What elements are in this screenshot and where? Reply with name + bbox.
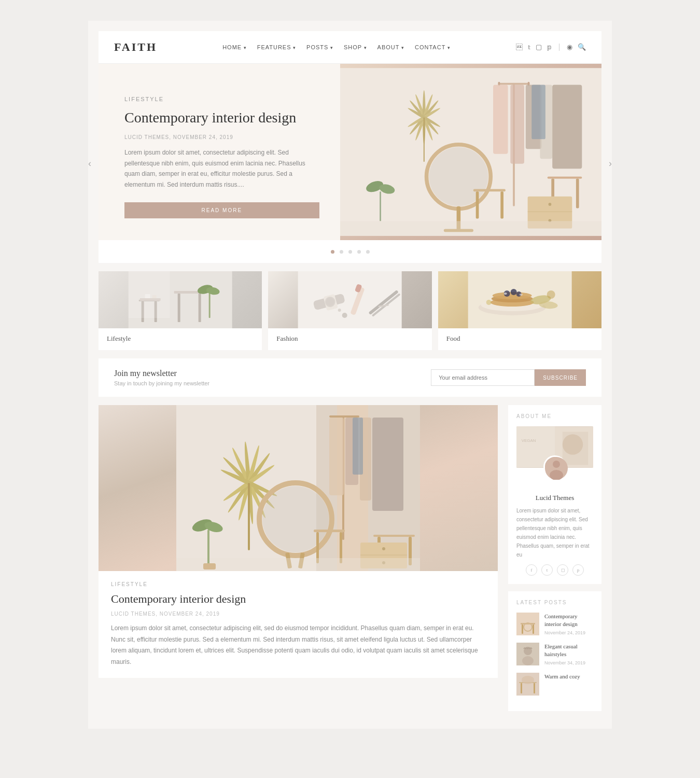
category-card-lifestyle[interactable]: Lifestyle — [99, 271, 262, 350]
post-category: LIFESTYLE — [111, 581, 485, 587]
svg-point-79 — [486, 300, 491, 305]
slider-dot-2[interactable] — [340, 250, 343, 254]
pinterest-icon[interactable]: 𝕡 — [547, 43, 552, 51]
site-logo: FAITH — [114, 40, 157, 54]
about-me-section: ABOUT ME VEGAN — [508, 405, 601, 584]
svg-rect-9 — [552, 85, 582, 169]
site-header: FAITH HOME FEATURES POSTS SHOP ABOUT CON… — [99, 31, 601, 64]
svg-point-132 — [522, 656, 534, 665]
avatar-svg — [545, 457, 568, 480]
nav-posts[interactable]: POSTS — [306, 44, 333, 50]
svg-rect-64 — [298, 271, 402, 328]
svg-rect-6 — [510, 85, 524, 164]
category-label-lifestyle: Lifestyle — [99, 328, 262, 350]
slider-prev-button[interactable]: ‹ — [83, 153, 96, 174]
svg-rect-13 — [576, 178, 579, 208]
svg-rect-136 — [534, 683, 535, 693]
hero-title: Contemporary interior design — [124, 108, 319, 127]
hero-inner: LIFESTYLE Contemporary interior design L… — [99, 64, 601, 240]
instagram-icon[interactable]: ▢ — [536, 43, 542, 51]
category-card-fashion[interactable]: Fashion — [268, 271, 431, 350]
latest-post-item-2[interactable]: Elegant casual hairstyles November 34, 2… — [516, 643, 593, 665]
header-social-icons:  𝕥 ▢ 𝕡 ◉ 🔍 — [516, 43, 586, 51]
svg-rect-84 — [329, 415, 359, 418]
slider-dot-5[interactable] — [366, 250, 370, 254]
nav-home[interactable]: HOME — [222, 44, 247, 50]
hero-text-panel: LIFESTYLE Contemporary interior design L… — [99, 64, 340, 240]
twitter-icon[interactable]: 𝕥 — [528, 44, 530, 51]
newsletter-text: Join my newsletter Stay in touch by join… — [114, 369, 209, 386]
latest-post-date-1: November 24, 2019 — [544, 630, 593, 635]
category-card-food[interactable]: Food — [438, 271, 601, 350]
hero-category-label: LIFESTYLE — [124, 96, 319, 102]
svg-rect-46 — [209, 292, 211, 318]
slider-dot-3[interactable] — [348, 250, 352, 254]
svg-point-137 — [522, 676, 534, 684]
newsletter-title: Join my newsletter — [114, 369, 209, 378]
nav-contact[interactable]: CONTACT — [415, 44, 451, 50]
lifestyle-svg — [99, 271, 262, 328]
about-author-name: Lucid Themes — [516, 494, 593, 502]
sidebar: ABOUT ME VEGAN — [508, 405, 601, 718]
hero-decorative-svg — [340, 64, 601, 240]
svg-text:VEGAN: VEGAN — [522, 438, 536, 443]
svg-rect-11 — [547, 177, 582, 179]
slider-next-button[interactable]: › — [604, 153, 617, 174]
slider-dot-4[interactable] — [357, 250, 361, 254]
svg-point-123 — [553, 461, 560, 468]
latest-post-info-1: Contemporary interior design November 24… — [544, 613, 593, 635]
svg-rect-34 — [380, 191, 381, 221]
svg-rect-43 — [199, 294, 201, 322]
facebook-icon[interactable]:  — [516, 43, 523, 51]
svg-rect-88 — [353, 418, 363, 475]
category-image-fashion — [268, 271, 431, 328]
fashion-svg — [268, 271, 431, 328]
main-nav: HOME FEATURES POSTS SHOP ABOUT CONTACT — [222, 44, 451, 50]
latest-post-thumb-1 — [516, 613, 539, 635]
post-body: LIFESTYLE Contemporary interior design L… — [99, 571, 498, 678]
nav-about[interactable]: ABOUT — [377, 44, 404, 50]
svg-rect-5 — [493, 85, 508, 154]
slider-dot-1[interactable] — [331, 250, 334, 254]
category-image-food — [438, 271, 601, 328]
latest-post-thumb-2 — [516, 643, 539, 665]
about-twitter-icon[interactable]: t — [541, 564, 553, 576]
nav-separator — [559, 44, 559, 51]
about-me-title: ABOUT ME — [516, 413, 593, 419]
latest-post-item-3[interactable]: Warm and cozy — [516, 673, 593, 696]
hero-read-more-button[interactable]: READ MORE — [124, 202, 319, 218]
newsletter-subscribe-button[interactable]: SUBSCRIBE — [535, 369, 586, 386]
latest-post-image-2 — [516, 643, 539, 665]
latest-post-image-3 — [516, 673, 539, 696]
svg-point-19 — [429, 147, 488, 206]
cart-icon[interactable]: ◉ — [567, 43, 572, 51]
about-pinterest-icon[interactable]: p — [572, 564, 584, 576]
post-meta: LUCID THEMES, NOVEMBER 24, 2019 — [111, 611, 485, 617]
post-featured-image — [99, 405, 498, 571]
about-instagram-icon[interactable]: ◻ — [557, 564, 568, 576]
svg-rect-85 — [329, 418, 344, 495]
latest-post-item-1[interactable]: Contemporary interior design November 24… — [516, 613, 593, 635]
slider-dots — [99, 240, 601, 263]
post-excerpt: Lorem ipsum dolor sit amet, consectetur … — [111, 623, 485, 668]
svg-point-75 — [519, 294, 522, 296]
latest-posts-section: LATEST POSTS Contemporary interior desig… — [508, 591, 601, 711]
category-cards-section: Lifestyle — [99, 271, 601, 350]
about-image-container: VEGAN — [516, 426, 593, 478]
search-icon[interactable]: 🔍 — [578, 43, 586, 51]
svg-point-95 — [382, 547, 385, 550]
main-content-area: LIFESTYLE Contemporary interior design L… — [99, 405, 601, 718]
svg-rect-109 — [314, 530, 345, 532]
svg-rect-135 — [521, 683, 522, 693]
svg-rect-31 — [475, 191, 479, 218]
about-facebook-icon[interactable]: f — [526, 564, 537, 576]
newsletter-subtitle: Stay in touch by joining my newsletter — [114, 380, 209, 386]
newsletter-email-input[interactable] — [431, 369, 535, 386]
category-image-lifestyle — [99, 271, 262, 328]
svg-rect-51 — [129, 271, 170, 318]
svg-rect-90 — [373, 535, 415, 537]
food-svg — [438, 271, 601, 328]
category-label-fashion: Fashion — [268, 328, 431, 350]
nav-shop[interactable]: SHOP — [344, 44, 367, 50]
nav-features[interactable]: FEATURES — [257, 44, 296, 50]
